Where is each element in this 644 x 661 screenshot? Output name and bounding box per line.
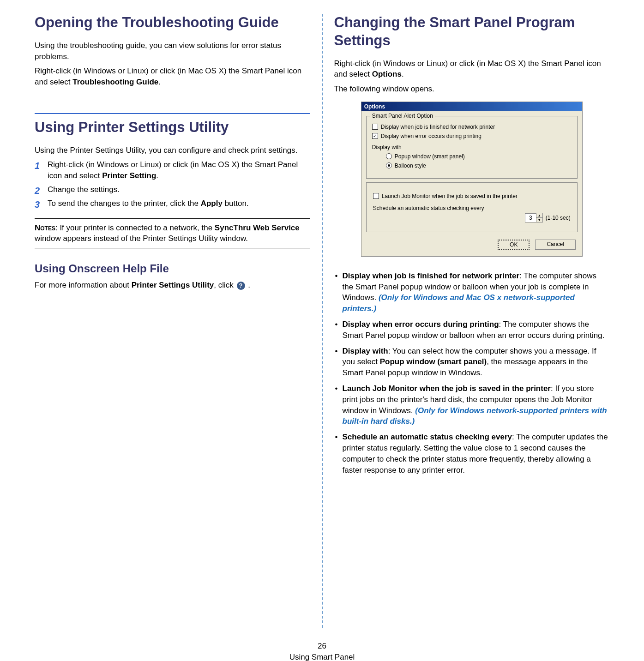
bold-text: Popup window (smart panel) xyxy=(380,357,487,366)
step-number: 3 xyxy=(35,198,40,211)
checkbox-row-error[interactable]: ✓ Display when error occurs during print… xyxy=(372,133,572,139)
text-span: Change the settings. xyxy=(48,185,120,194)
step-number: 2 xyxy=(35,184,40,197)
bold-text: Launch Job Monitor when the job is saved… xyxy=(343,384,551,393)
left-column: Opening the Troubleshooting Guide Using … xyxy=(23,14,323,628)
list-item: 1 Right-click (in Windows or Linux) or c… xyxy=(35,159,310,181)
help-icon[interactable]: ? xyxy=(237,282,245,290)
radio-row-popup[interactable]: Popup window (smart panel) xyxy=(386,153,572,160)
text-span: window appears instead of the Printer Se… xyxy=(35,234,248,243)
alert-option-group: Smart Panel Alert Option Display when jo… xyxy=(366,116,578,179)
bold-text: Display when error occurs during printin… xyxy=(343,320,499,329)
bold-text: Printer Setting xyxy=(102,171,156,180)
radio-row-balloon[interactable]: Balloon style xyxy=(386,162,572,169)
body-paragraph: Using the troubleshooting guide, you can… xyxy=(35,40,310,62)
checkbox-icon[interactable] xyxy=(372,124,378,130)
bold-text: SyncThru Web Service xyxy=(215,223,300,232)
display-with-label: Display with xyxy=(372,144,572,150)
section-heading-troubleshooting: Opening the Troubleshooting Guide xyxy=(35,14,310,32)
text-span: Right-click (in Windows or Linux) or cli… xyxy=(48,160,298,180)
list-item: Launch Job Monitor when the job is saved… xyxy=(334,383,610,427)
text-span: To send the changes to the printer, clic… xyxy=(48,199,201,208)
checkbox-row-finished[interactable]: Display when job is finished for network… xyxy=(372,124,572,130)
page-content: Opening the Troubleshooting Guide Using … xyxy=(0,0,644,637)
body-paragraph: Right-click (in Windows or Linux) or cli… xyxy=(35,66,310,88)
section-divider xyxy=(35,113,310,114)
text-span: For more information about xyxy=(35,281,132,289)
page-footer: 26 Using Smart Panel xyxy=(0,637,644,661)
text-span: . xyxy=(246,281,250,289)
checkbox-icon[interactable]: ✓ xyxy=(372,133,378,139)
text-span: : If your printer is connected to a netw… xyxy=(55,223,215,232)
radio-label: Popup window (smart panel) xyxy=(395,153,465,160)
bullet-list: Display when job is finished for network… xyxy=(334,270,610,476)
checkbox-row-job-monitor[interactable]: Launch Job Monitor when the job is saved… xyxy=(373,193,571,199)
list-item: Display with: You can select how the com… xyxy=(334,346,610,379)
section-heading-changing-settings: Changing the Smart Panel Program Setting… xyxy=(334,14,610,50)
bold-text: Printer Settings Utility xyxy=(132,281,214,289)
horizontal-rule xyxy=(35,248,310,248)
range-text: (1-10 sec) xyxy=(546,215,571,221)
monitor-group: Launch Job Monitor when the job is saved… xyxy=(366,182,578,232)
text-span: . xyxy=(402,70,404,78)
bold-text: Options xyxy=(372,70,402,78)
list-item: Display when job is finished for network… xyxy=(334,270,610,314)
schedule-label: Schedule an automatic status checking ev… xyxy=(373,205,571,211)
spinner-up-icon[interactable]: ▲ xyxy=(536,213,542,218)
bold-text: Schedule an automatic status checking ev… xyxy=(343,433,512,441)
chapter-title: Using Smart Panel xyxy=(0,653,644,661)
group-label: Smart Panel Alert Option xyxy=(370,113,435,119)
dialog-body: Smart Panel Alert Option Display when jo… xyxy=(361,111,582,256)
ok-button[interactable]: OK xyxy=(498,240,530,250)
radio-group: Popup window (smart panel) Balloon style xyxy=(372,153,572,169)
checkbox-icon[interactable] xyxy=(373,193,379,199)
spinner-down-icon[interactable]: ▼ xyxy=(536,218,542,222)
subsection-heading-help: Using Onscreen Help File xyxy=(35,262,310,275)
schedule-controls: 3 ▲▼ (1-10 sec) xyxy=(373,213,571,222)
checkbox-label: Display when error occurs during printin… xyxy=(381,133,481,139)
dialog-button-row: OK Cancel xyxy=(366,236,578,252)
spinner-buttons[interactable]: ▲▼ xyxy=(536,213,542,222)
list-item: 2 Change the settings. xyxy=(35,184,310,195)
body-paragraph: For more information about Printer Setti… xyxy=(35,280,310,291)
options-dialog: Options Smart Panel Alert Option Display… xyxy=(361,102,583,257)
text-span: . xyxy=(156,171,158,180)
page-number: 26 xyxy=(0,642,644,651)
checkbox-label: Display when job is finished for network… xyxy=(381,124,495,130)
radio-label: Balloon style xyxy=(395,162,426,169)
bold-text: Display when job is finished for network… xyxy=(343,271,520,280)
list-item: Display when error occurs during printin… xyxy=(334,319,610,341)
radio-icon[interactable] xyxy=(386,153,392,159)
notes-paragraph: Notes: If your printer is connected to a… xyxy=(35,222,310,245)
radio-icon[interactable] xyxy=(386,162,392,168)
body-paragraph: Using the Printer Settings Utility, you … xyxy=(35,145,310,156)
dialog-titlebar: Options xyxy=(361,102,582,111)
text-span: . xyxy=(158,78,161,86)
text-span: , click xyxy=(214,281,235,289)
horizontal-rule xyxy=(35,218,310,219)
cancel-button[interactable]: Cancel xyxy=(535,240,575,250)
notes-label: Notes xyxy=(35,223,55,232)
spinner-value: 3 xyxy=(525,215,536,221)
body-paragraph: Right-click (in Windows or Linux) or cli… xyxy=(334,58,610,80)
bold-text: Display with xyxy=(343,347,388,355)
step-number: 1 xyxy=(35,159,40,172)
list-item: 3 To send the changes to the printer, cl… xyxy=(35,198,310,209)
bold-text: Troubleshooting Guide xyxy=(72,78,158,86)
bold-text: Apply xyxy=(201,199,223,208)
checkbox-label: Launch Job Monitor when the job is saved… xyxy=(382,193,518,199)
numbered-list: 1 Right-click (in Windows or Linux) or c… xyxy=(35,159,310,209)
interval-spinner[interactable]: 3 ▲▼ xyxy=(525,213,543,222)
body-paragraph: The following window opens. xyxy=(334,84,610,95)
list-item: Schedule an automatic status checking ev… xyxy=(334,432,610,475)
right-column: Changing the Smart Panel Program Setting… xyxy=(323,14,621,628)
text-span: button. xyxy=(223,199,249,208)
section-heading-printer-settings: Using Printer Settings Utility xyxy=(35,119,310,137)
